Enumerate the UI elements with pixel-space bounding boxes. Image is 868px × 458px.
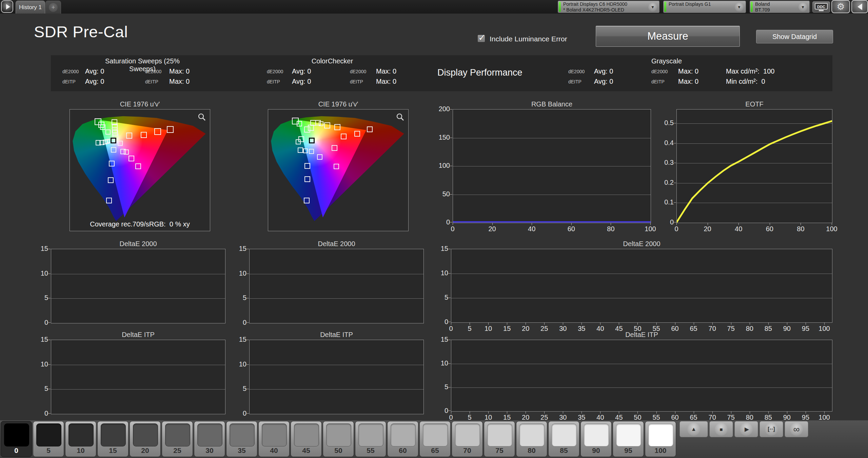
- gray-swatch: [133, 423, 158, 446]
- x-tick-mark: [675, 411, 675, 414]
- gray-patch-100[interactable]: 100: [645, 421, 676, 457]
- gray-patch-60[interactable]: 60: [387, 421, 418, 457]
- pattern-source-dropdown[interactable]: Portrait Displays G1 ▼: [663, 1, 746, 13]
- tab-history-1[interactable]: History 1: [16, 1, 45, 14]
- measurement-target-square: [334, 124, 340, 130]
- gray-swatch: [391, 423, 416, 446]
- gray-patch-40[interactable]: 40: [258, 421, 290, 457]
- chart-title: DeltaE ITP: [51, 331, 225, 338]
- measure-button[interactable]: Measure: [596, 26, 740, 47]
- gray-patch-75[interactable]: 75: [484, 421, 515, 457]
- x-tick-mark: [470, 322, 470, 325]
- gray-patch-35[interactable]: 35: [226, 421, 257, 457]
- show-datagrid-button[interactable]: Show Datagrid: [756, 30, 833, 43]
- gray-patch-label: 45: [291, 446, 321, 455]
- value: 0: [307, 67, 311, 75]
- x-tick-mark: [832, 223, 832, 225]
- measurement-target-square: [129, 156, 134, 161]
- x-tick-mark: [492, 223, 493, 225]
- y-tick-label: 15: [31, 336, 48, 343]
- step-mode-button[interactable]: [··]: [760, 421, 783, 437]
- x-tick-mark: [451, 411, 451, 414]
- stop-button[interactable]: ■: [709, 421, 733, 437]
- y-tick-label: 0.1: [657, 198, 674, 206]
- chevron-down-icon[interactable]: ▼: [798, 3, 807, 12]
- gray-patch-10[interactable]: 10: [65, 421, 96, 457]
- gray-patch-label: 50: [323, 446, 354, 455]
- add-tab-button[interactable]: +: [45, 1, 61, 14]
- y-tick-mark: [448, 363, 451, 364]
- y-tick-mark: [674, 143, 676, 143]
- title-bar: History 1 + Portrait Displays C6 HDR5000…: [0, 0, 868, 14]
- y-tick-mark: [48, 413, 51, 414]
- x-tick-mark: [611, 223, 611, 225]
- gray-patch-50[interactable]: 50: [323, 421, 354, 457]
- y-tick-label: 15: [230, 245, 246, 253]
- chart-title: DeltaE ITP: [249, 331, 424, 338]
- chevron-down-icon[interactable]: ▼: [735, 3, 744, 12]
- gray-patch-0[interactable]: 0: [1, 421, 32, 457]
- x-tick-label: 40: [728, 225, 749, 233]
- x-tick-mark: [787, 322, 787, 325]
- gray-patch-label: 70: [452, 446, 482, 455]
- gray-patch-30[interactable]: 30: [194, 421, 225, 457]
- measurement-target-square: [304, 176, 310, 182]
- x-tick-mark: [806, 322, 806, 325]
- chevron-down-icon[interactable]: ▼: [648, 3, 657, 12]
- y-tick-mark: [48, 340, 51, 340]
- x-tick-mark: [731, 322, 731, 325]
- gray-patch-55[interactable]: 55: [355, 421, 386, 457]
- zoom-icon[interactable]: [396, 113, 404, 121]
- gray-patch-25[interactable]: 25: [162, 421, 193, 457]
- gray-swatch: [423, 423, 448, 446]
- x-tick-mark: [676, 223, 677, 225]
- gray-patch-15[interactable]: 15: [97, 421, 129, 457]
- x-tick-mark: [526, 411, 526, 414]
- y-tick-mark: [448, 298, 451, 298]
- deltae2000-colorchecker-chart: DeltaE 2000 051015: [234, 240, 426, 325]
- gray-patch-5[interactable]: 5: [33, 421, 64, 457]
- gray-patch-80[interactable]: 80: [516, 421, 547, 457]
- gridline: [250, 298, 423, 299]
- x-tick-mark: [563, 411, 563, 414]
- y-tick-label: 200: [433, 105, 450, 113]
- gray-patch-90[interactable]: 90: [580, 421, 612, 457]
- collapse-panel-button[interactable]: [851, 0, 868, 13]
- colorspace-dropdown[interactable]: Boland BT.709 ▼: [750, 1, 810, 13]
- y-tick-label: 15: [431, 336, 448, 343]
- y-tick-label: 0.3: [657, 159, 674, 166]
- app-menu-button[interactable]: [1, 0, 13, 13]
- x-tick-label: 100: [640, 225, 660, 233]
- gray-swatch: [616, 423, 641, 446]
- measurement-target-square: [297, 121, 302, 126]
- include-luminance-checkbox[interactable]: ✓: [477, 35, 485, 42]
- x-tick-mark: [488, 411, 489, 414]
- x-tick-mark: [656, 322, 657, 325]
- y-tick-mark: [448, 249, 451, 249]
- x-tick-mark: [619, 411, 619, 414]
- section-title: Grayscale: [616, 57, 717, 65]
- gray-patch-65[interactable]: 65: [419, 421, 451, 457]
- x-tick-mark: [712, 322, 713, 325]
- ddc-button[interactable]: DDC: [812, 1, 830, 13]
- x-tick-mark: [637, 322, 638, 325]
- gray-patch-70[interactable]: 70: [452, 421, 483, 457]
- gray-patch-95[interactable]: 95: [613, 421, 644, 457]
- patch-level-up-button[interactable]: ▲: [679, 421, 708, 437]
- gray-patch-45[interactable]: 45: [291, 421, 322, 457]
- y-tick-mark: [246, 249, 249, 249]
- meter-dropdown[interactable]: Portrait Displays C6 HDR5000 * Boland X4…: [558, 1, 659, 13]
- gridline: [451, 387, 832, 388]
- settings-button[interactable]: ⚙: [831, 0, 850, 13]
- gray-patch-20[interactable]: 20: [130, 421, 161, 457]
- gray-swatch: [584, 423, 609, 446]
- gray-patch-85[interactable]: 85: [548, 421, 579, 457]
- play-button[interactable]: ▶: [734, 421, 758, 437]
- gray-patch-label: 10: [65, 446, 96, 455]
- y-tick-mark: [448, 411, 451, 411]
- x-tick-mark: [581, 322, 582, 325]
- loop-button[interactable]: ∞: [785, 421, 808, 437]
- measurement-target-square: [341, 134, 347, 139]
- zoom-icon[interactable]: [198, 113, 206, 121]
- y-tick-mark: [448, 340, 451, 340]
